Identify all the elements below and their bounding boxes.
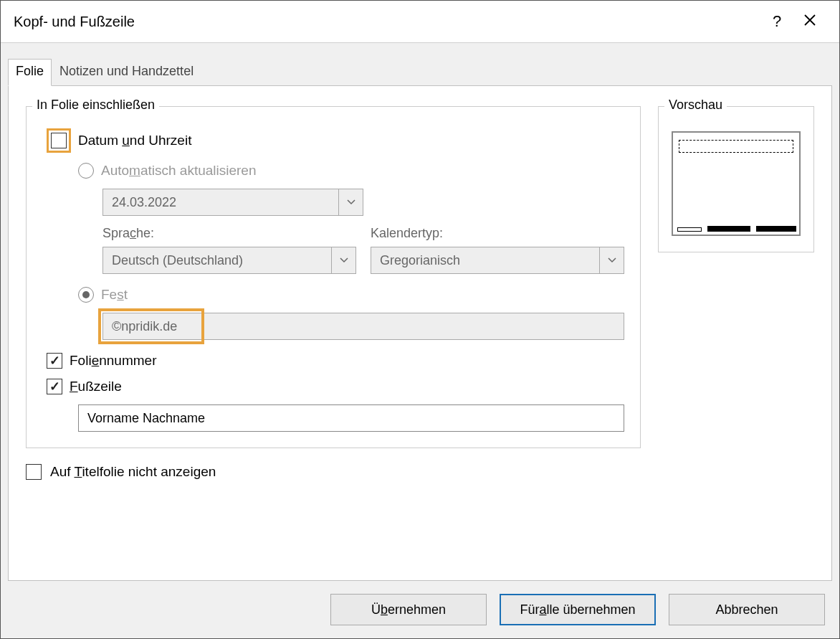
close-icon[interactable]: [793, 12, 826, 31]
fixed-radio[interactable]: [78, 287, 94, 303]
chevron-down-icon: [331, 247, 355, 273]
fixed-radio-row: Fest: [78, 287, 624, 303]
preview-legend: Vorschau: [664, 98, 727, 113]
fixed-text-wrap: ©npridik.de: [102, 313, 624, 340]
language-label: Sprache:: [102, 226, 356, 241]
tab-slide[interactable]: Folie: [8, 59, 52, 86]
preview-footer-number: [756, 226, 796, 232]
hide-on-title-label[interactable]: Auf Titelfolie nicht anzeigen: [50, 464, 216, 480]
slidenumber-row: Foliennummer: [47, 353, 624, 369]
slidenumber-checkbox[interactable]: [47, 353, 62, 369]
calendar-label: Kalendertyp:: [371, 226, 624, 241]
include-on-slide-group: In Folie einschließen Datum und Uhrzeit: [26, 106, 641, 448]
button-row: Übernehmen Für alle übernehmen Abbrechen: [8, 581, 832, 631]
help-icon[interactable]: ?: [760, 12, 793, 31]
hide-on-title-checkbox[interactable]: [26, 464, 42, 480]
cancel-button[interactable]: Abbrechen: [669, 594, 825, 625]
preview-footer-date: [677, 227, 702, 232]
datetime-checkbox[interactable]: [51, 133, 67, 148]
footer-input[interactable]: Vorname Nachname: [78, 404, 624, 432]
fixed-date-input[interactable]: ©npridik.de: [102, 313, 624, 340]
datetime-label[interactable]: Datum und Uhrzeit: [78, 133, 191, 148]
language-column: Sprache: Deutsch (Deutschland): [102, 226, 356, 274]
chevron-down-icon: [338, 189, 363, 215]
tab-strip: Folie Notizen und Handzettel: [8, 59, 832, 85]
include-legend: In Folie einschließen: [32, 98, 159, 113]
footer-checkbox[interactable]: [47, 379, 62, 394]
slidenumber-label[interactable]: Foliennummer: [70, 353, 156, 369]
apply-button[interactable]: Übernehmen: [330, 594, 487, 625]
date-format-value: 24.03.2022: [103, 195, 338, 210]
preview-thumbnail: [672, 131, 801, 236]
apply-all-button[interactable]: Für alle übernehmen: [500, 594, 656, 625]
tab-panel-slide: In Folie einschließen Datum und Uhrzeit: [8, 85, 832, 581]
footer-row: Fußzeile: [47, 379, 624, 394]
tab-notes[interactable]: Notizen und Handzettel: [52, 59, 201, 85]
titlebar: Kopf- und Fußzeile ?: [1, 1, 839, 42]
preview-group: Vorschau: [658, 106, 814, 252]
calendar-value: Gregorianisch: [371, 253, 599, 268]
content-area: Folie Notizen und Handzettel In Folie ei…: [1, 42, 839, 638]
header-footer-dialog: Kopf- und Fußzeile ? Folie Notizen und H…: [0, 0, 840, 639]
calendar-combo[interactable]: Gregorianisch: [371, 247, 624, 274]
calendar-column: Kalendertyp: Gregorianisch: [371, 226, 624, 274]
auto-update-radio-row: Automatisch aktualisieren: [78, 163, 624, 179]
date-format-combo[interactable]: 24.03.2022: [102, 189, 363, 216]
datetime-checkbox-row: Datum und Uhrzeit: [47, 128, 624, 153]
chevron-down-icon: [599, 247, 624, 273]
preview-title-placeholder: [679, 140, 793, 153]
hide-on-title-row: Auf Titelfolie nicht anzeigen: [26, 464, 814, 480]
dialog-title: Kopf- und Fußzeile: [14, 14, 760, 30]
auto-update-label: Automatisch aktualisieren: [101, 163, 257, 179]
language-combo[interactable]: Deutsch (Deutschland): [102, 247, 356, 274]
footer-label[interactable]: Fußzeile: [70, 379, 122, 394]
language-value: Deutsch (Deutschland): [103, 253, 331, 268]
datetime-highlight: [47, 128, 71, 153]
auto-update-radio[interactable]: [78, 163, 94, 179]
preview-footer-text: [707, 226, 750, 232]
fixed-label: Fest: [101, 287, 128, 303]
